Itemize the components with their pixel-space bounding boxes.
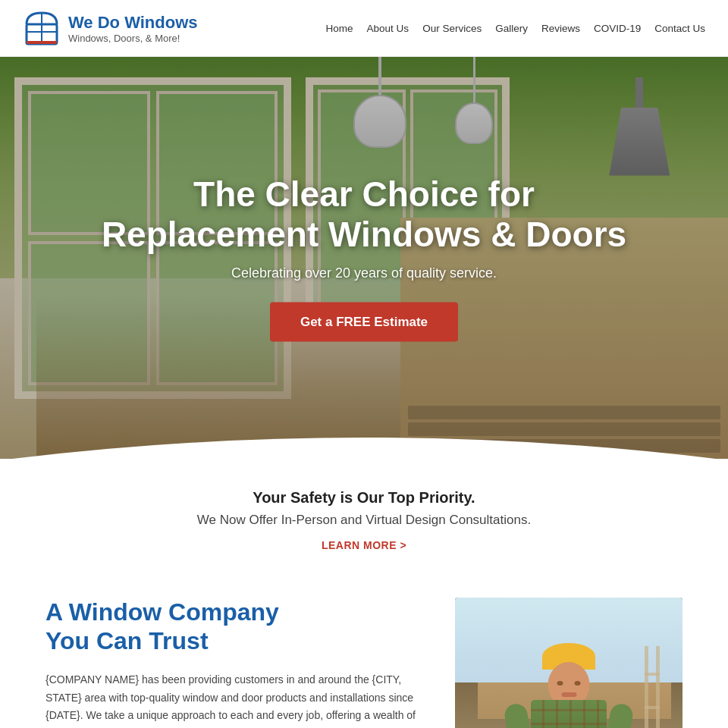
learn-more-link[interactable]: LEARN MORE >: [322, 539, 406, 551]
nav-gallery[interactable]: Gallery: [495, 23, 528, 34]
logo-subtitle: Windows, Doors, & More!: [68, 33, 198, 44]
contractor-figure: [508, 643, 629, 728]
main-nav: Home About Us Our Services Gallery Revie…: [326, 23, 705, 34]
hero-content: The Clear Choice for Replacement Windows…: [99, 174, 629, 342]
safety-section: Your Safety is Our Top Priority. We Now …: [0, 459, 728, 560]
hero-curve: [0, 415, 728, 459]
hero-title: The Clear Choice for Replacement Windows…: [99, 174, 629, 255]
safety-subtitle: We Now Offer In-Person and Virtual Desig…: [15, 513, 713, 528]
hero-section: The Clear Choice for Replacement Windows…: [0, 57, 728, 459]
nav-our-services[interactable]: Our Services: [422, 23, 482, 34]
hero-subtitle: Celebrating over 20 years of quality ser…: [99, 265, 629, 281]
about-image: [455, 598, 682, 728]
cta-button[interactable]: Get a FREE Estimate: [270, 302, 458, 341]
about-text: A Window Company You Can Trust {COMPANY …: [46, 598, 425, 728]
about-section: A Window Company You Can Trust {COMPANY …: [0, 560, 728, 728]
site-header: We Do Windows Windows, Doors, & More! Ho…: [0, 0, 728, 57]
about-heading: A Window Company You Can Trust: [46, 598, 425, 656]
nav-covid19[interactable]: COVID-19: [594, 23, 641, 34]
safety-title: Your Safety is Our Top Priority.: [15, 489, 713, 507]
nav-about-us[interactable]: About Us: [367, 23, 410, 34]
about-heading-line2: You Can Trust: [46, 627, 209, 654]
about-heading-line1: A Window Company: [46, 598, 279, 626]
logo-text: We Do Windows Windows, Doors, & More!: [68, 13, 198, 44]
nav-reviews[interactable]: Reviews: [541, 23, 580, 34]
logo-title: We Do Windows: [68, 13, 198, 33]
svg-rect-3: [27, 41, 57, 44]
logo-icon: [23, 9, 61, 47]
nav-contact-us[interactable]: Contact Us: [654, 23, 705, 34]
about-paragraph-1: {COMPANY NAME} has been providing custom…: [46, 671, 425, 728]
logo-area: We Do Windows Windows, Doors, & More!: [23, 9, 198, 47]
ladder: [645, 646, 660, 728]
nav-home[interactable]: Home: [326, 23, 353, 34]
